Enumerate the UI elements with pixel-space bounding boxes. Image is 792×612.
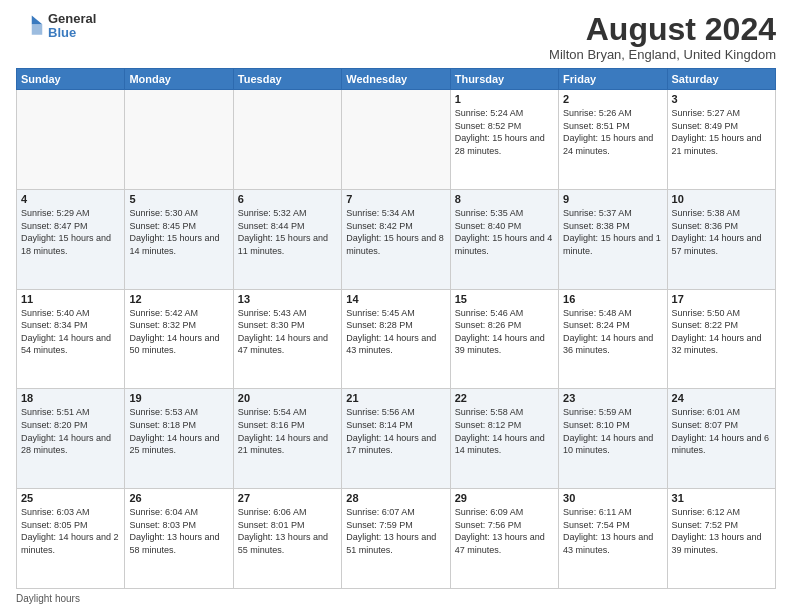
calendar-cell — [233, 90, 341, 190]
calendar-cell: 26Sunrise: 6:04 AM Sunset: 8:03 PM Dayli… — [125, 489, 233, 589]
day-info: Sunrise: 5:29 AM Sunset: 8:47 PM Dayligh… — [21, 207, 120, 257]
footer-note: Daylight hours — [16, 593, 776, 604]
day-info: Sunrise: 6:03 AM Sunset: 8:05 PM Dayligh… — [21, 506, 120, 556]
calendar-cell: 11Sunrise: 5:40 AM Sunset: 8:34 PM Dayli… — [17, 289, 125, 389]
day-info: Sunrise: 5:27 AM Sunset: 8:49 PM Dayligh… — [672, 107, 771, 157]
day-info: Sunrise: 5:43 AM Sunset: 8:30 PM Dayligh… — [238, 307, 337, 357]
day-number: 3 — [672, 93, 771, 105]
week-row-1: 4Sunrise: 5:29 AM Sunset: 8:47 PM Daylig… — [17, 189, 776, 289]
week-row-4: 25Sunrise: 6:03 AM Sunset: 8:05 PM Dayli… — [17, 489, 776, 589]
calendar-cell: 6Sunrise: 5:32 AM Sunset: 8:44 PM Daylig… — [233, 189, 341, 289]
day-number: 12 — [129, 293, 228, 305]
day-number: 21 — [346, 392, 445, 404]
calendar-cell: 14Sunrise: 5:45 AM Sunset: 8:28 PM Dayli… — [342, 289, 450, 389]
week-row-2: 11Sunrise: 5:40 AM Sunset: 8:34 PM Dayli… — [17, 289, 776, 389]
day-number: 10 — [672, 193, 771, 205]
calendar-cell: 16Sunrise: 5:48 AM Sunset: 8:24 PM Dayli… — [559, 289, 667, 389]
calendar-cell: 21Sunrise: 5:56 AM Sunset: 8:14 PM Dayli… — [342, 389, 450, 489]
calendar-cell: 9Sunrise: 5:37 AM Sunset: 8:38 PM Daylig… — [559, 189, 667, 289]
day-number: 31 — [672, 492, 771, 504]
logo-general: General — [48, 12, 96, 26]
day-info: Sunrise: 5:54 AM Sunset: 8:16 PM Dayligh… — [238, 406, 337, 456]
day-number: 17 — [672, 293, 771, 305]
day-info: Sunrise: 5:24 AM Sunset: 8:52 PM Dayligh… — [455, 107, 554, 157]
day-info: Sunrise: 5:50 AM Sunset: 8:22 PM Dayligh… — [672, 307, 771, 357]
day-number: 6 — [238, 193, 337, 205]
calendar-cell: 15Sunrise: 5:46 AM Sunset: 8:26 PM Dayli… — [450, 289, 558, 389]
day-number: 5 — [129, 193, 228, 205]
calendar-cell: 2Sunrise: 5:26 AM Sunset: 8:51 PM Daylig… — [559, 90, 667, 190]
day-number: 27 — [238, 492, 337, 504]
calendar-cell: 28Sunrise: 6:07 AM Sunset: 7:59 PM Dayli… — [342, 489, 450, 589]
day-info: Sunrise: 5:58 AM Sunset: 8:12 PM Dayligh… — [455, 406, 554, 456]
day-number: 13 — [238, 293, 337, 305]
day-number: 7 — [346, 193, 445, 205]
title-block: August 2024 Milton Bryan, England, Unite… — [549, 12, 776, 62]
day-header-monday: Monday — [125, 69, 233, 90]
day-number: 22 — [455, 392, 554, 404]
calendar-cell: 25Sunrise: 6:03 AM Sunset: 8:05 PM Dayli… — [17, 489, 125, 589]
day-header-wednesday: Wednesday — [342, 69, 450, 90]
calendar-cell: 18Sunrise: 5:51 AM Sunset: 8:20 PM Dayli… — [17, 389, 125, 489]
day-info: Sunrise: 5:48 AM Sunset: 8:24 PM Dayligh… — [563, 307, 662, 357]
calendar-cell: 29Sunrise: 6:09 AM Sunset: 7:56 PM Dayli… — [450, 489, 558, 589]
calendar-cell: 12Sunrise: 5:42 AM Sunset: 8:32 PM Dayli… — [125, 289, 233, 389]
calendar-cell: 31Sunrise: 6:12 AM Sunset: 7:52 PM Dayli… — [667, 489, 775, 589]
day-number: 16 — [563, 293, 662, 305]
day-info: Sunrise: 6:09 AM Sunset: 7:56 PM Dayligh… — [455, 506, 554, 556]
day-number: 28 — [346, 492, 445, 504]
day-info: Sunrise: 5:30 AM Sunset: 8:45 PM Dayligh… — [129, 207, 228, 257]
week-row-3: 18Sunrise: 5:51 AM Sunset: 8:20 PM Dayli… — [17, 389, 776, 489]
logo-text: General Blue — [48, 12, 96, 41]
day-info: Sunrise: 5:59 AM Sunset: 8:10 PM Dayligh… — [563, 406, 662, 456]
day-number: 2 — [563, 93, 662, 105]
week-row-0: 1Sunrise: 5:24 AM Sunset: 8:52 PM Daylig… — [17, 90, 776, 190]
calendar-cell — [125, 90, 233, 190]
calendar-cell: 17Sunrise: 5:50 AM Sunset: 8:22 PM Dayli… — [667, 289, 775, 389]
day-info: Sunrise: 6:11 AM Sunset: 7:54 PM Dayligh… — [563, 506, 662, 556]
calendar-cell: 5Sunrise: 5:30 AM Sunset: 8:45 PM Daylig… — [125, 189, 233, 289]
month-title: August 2024 — [549, 12, 776, 47]
calendar-table: SundayMondayTuesdayWednesdayThursdayFrid… — [16, 68, 776, 589]
day-info: Sunrise: 5:56 AM Sunset: 8:14 PM Dayligh… — [346, 406, 445, 456]
calendar-cell: 3Sunrise: 5:27 AM Sunset: 8:49 PM Daylig… — [667, 90, 775, 190]
page: General Blue August 2024 Milton Bryan, E… — [0, 0, 792, 612]
day-info: Sunrise: 5:42 AM Sunset: 8:32 PM Dayligh… — [129, 307, 228, 357]
calendar-cell: 30Sunrise: 6:11 AM Sunset: 7:54 PM Dayli… — [559, 489, 667, 589]
calendar-cell: 23Sunrise: 5:59 AM Sunset: 8:10 PM Dayli… — [559, 389, 667, 489]
day-number: 4 — [21, 193, 120, 205]
day-number: 26 — [129, 492, 228, 504]
day-header-tuesday: Tuesday — [233, 69, 341, 90]
day-header-saturday: Saturday — [667, 69, 775, 90]
day-info: Sunrise: 5:26 AM Sunset: 8:51 PM Dayligh… — [563, 107, 662, 157]
day-info: Sunrise: 5:35 AM Sunset: 8:40 PM Dayligh… — [455, 207, 554, 257]
day-info: Sunrise: 6:06 AM Sunset: 8:01 PM Dayligh… — [238, 506, 337, 556]
day-number: 11 — [21, 293, 120, 305]
location: Milton Bryan, England, United Kingdom — [549, 47, 776, 62]
day-number: 14 — [346, 293, 445, 305]
svg-marker-0 — [32, 16, 43, 25]
header-row: SundayMondayTuesdayWednesdayThursdayFrid… — [17, 69, 776, 90]
day-number: 18 — [21, 392, 120, 404]
day-number: 15 — [455, 293, 554, 305]
day-number: 29 — [455, 492, 554, 504]
calendar-cell: 4Sunrise: 5:29 AM Sunset: 8:47 PM Daylig… — [17, 189, 125, 289]
calendar-cell: 24Sunrise: 6:01 AM Sunset: 8:07 PM Dayli… — [667, 389, 775, 489]
calendar-cell: 1Sunrise: 5:24 AM Sunset: 8:52 PM Daylig… — [450, 90, 558, 190]
day-number: 23 — [563, 392, 662, 404]
calendar-cell: 20Sunrise: 5:54 AM Sunset: 8:16 PM Dayli… — [233, 389, 341, 489]
calendar-cell: 27Sunrise: 6:06 AM Sunset: 8:01 PM Dayli… — [233, 489, 341, 589]
svg-marker-1 — [32, 25, 43, 36]
day-number: 24 — [672, 392, 771, 404]
day-info: Sunrise: 5:45 AM Sunset: 8:28 PM Dayligh… — [346, 307, 445, 357]
calendar-cell — [342, 90, 450, 190]
day-header-thursday: Thursday — [450, 69, 558, 90]
calendar-cell — [17, 90, 125, 190]
day-info: Sunrise: 6:01 AM Sunset: 8:07 PM Dayligh… — [672, 406, 771, 456]
day-info: Sunrise: 6:07 AM Sunset: 7:59 PM Dayligh… — [346, 506, 445, 556]
day-info: Sunrise: 5:37 AM Sunset: 8:38 PM Dayligh… — [563, 207, 662, 257]
logo: General Blue — [16, 12, 96, 41]
day-info: Sunrise: 5:38 AM Sunset: 8:36 PM Dayligh… — [672, 207, 771, 257]
day-number: 1 — [455, 93, 554, 105]
header: General Blue August 2024 Milton Bryan, E… — [16, 12, 776, 62]
